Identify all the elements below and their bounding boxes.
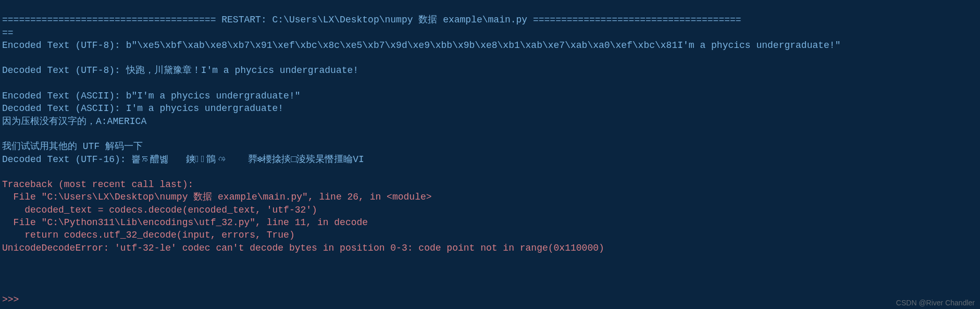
restart-line: ====================================== R… bbox=[2, 15, 741, 38]
error-line: UnicodeDecodeError: 'utf-32-le' codec ca… bbox=[2, 243, 604, 253]
note-chinese-line: 因为压根没有汉字的，A:AMERICA bbox=[2, 116, 146, 127]
decoded-utf16-line: Decoded Text (UTF-16): 뿥ꯢ醴볧 鏯믪ᷥ鶻ꧩ 臩❇楆搇掞□… bbox=[2, 154, 364, 165]
decoded-utf8-line: Decoded Text (UTF-8): 快跑，川黛豫章！I'm a phyc… bbox=[2, 65, 358, 76]
try-other-line: 我们试试用其他的 UTF 解码一下 bbox=[2, 141, 143, 152]
traceback-code1: decoded_text = codecs.decode(encoded_tex… bbox=[2, 205, 317, 215]
encoded-utf8-line: Encoded Text (UTF-8): b"\xe5\xbf\xab\xe8… bbox=[2, 40, 840, 51]
encoded-ascii-line: Encoded Text (ASCII): b"I'm a phycics un… bbox=[2, 91, 301, 101]
watermark: CSDN @River Chandler bbox=[896, 299, 975, 307]
decoded-ascii-line: Decoded Text (ASCII): I'm a phycics unde… bbox=[2, 103, 283, 114]
traceback-header: Traceback (most recent call last): bbox=[2, 179, 193, 190]
traceback-file2: File "C:\Python311\Lib\encodings\utf_32.… bbox=[2, 217, 368, 228]
prompt[interactable]: >>> bbox=[2, 294, 19, 305]
traceback-code2: return codecs.utf_32_decode(input, error… bbox=[2, 230, 295, 240]
terminal-output[interactable]: ====================================== R… bbox=[2, 1, 978, 254]
traceback-file1: File "C:\Users\LX\Desktop\numpy 数据 examp… bbox=[2, 192, 432, 202]
